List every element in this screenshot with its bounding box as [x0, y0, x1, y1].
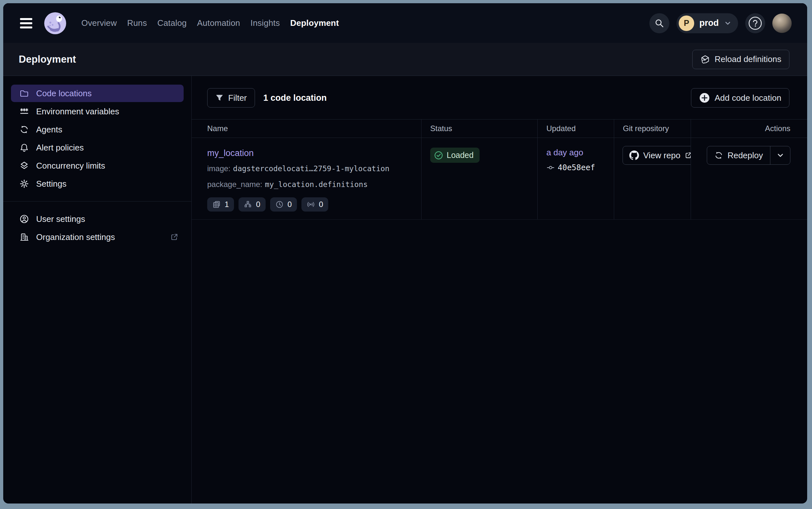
assets-count: 1	[225, 200, 229, 209]
reload-definitions-label: Reload definitions	[714, 54, 781, 64]
table-header-row: Name Status Updated Git repository Actio…	[192, 120, 807, 138]
organization-icon	[20, 232, 29, 242]
layers-icon	[20, 161, 29, 171]
help-button[interactable]	[745, 13, 765, 33]
folder-icon	[20, 89, 29, 98]
cell-git-repository: View repo	[614, 138, 691, 219]
view-repo-label: View repo	[643, 150, 680, 161]
column-header-name: Name	[192, 120, 421, 138]
sidebar-item-label: Alert policies	[36, 143, 83, 153]
plus-circle-icon	[699, 92, 710, 103]
environment-name: prod	[699, 18, 719, 28]
code-location-count: 1 code location	[263, 93, 327, 103]
screenshot-frame: Overview Runs Catalog Automation Insight…	[0, 0, 812, 509]
sensors-icon	[306, 200, 315, 209]
primary-nav: Overview Runs Catalog Automation Insight…	[81, 18, 339, 28]
reload-definitions-icon	[700, 55, 710, 64]
status-badge: Loaded	[430, 147, 480, 163]
sidebar-item-organization-settings[interactable]: Organization settings	[11, 228, 184, 246]
assets-count-badge: 1	[207, 197, 234, 211]
nav-item-insights[interactable]: Insights	[251, 18, 280, 28]
code-locations-table: Name Status Updated Git repository Actio…	[192, 119, 807, 219]
reload-definitions-button[interactable]: Reload definitions	[692, 50, 789, 69]
package-name-label: package_name:	[207, 180, 262, 189]
sidebar-item-label: Organization settings	[36, 232, 115, 242]
updated-time-link[interactable]: a day ago	[546, 147, 583, 157]
hamburger-icon[interactable]	[20, 18, 32, 28]
cell-name: my_location image:dagstercodelocati…2759…	[192, 138, 421, 219]
redeploy-button[interactable]: Redeploy	[707, 146, 770, 164]
jobs-icon	[244, 200, 252, 209]
column-header-status: Status	[421, 120, 538, 138]
package-line: package_name:my_location.definitions	[207, 179, 411, 190]
nav-item-overview[interactable]: Overview	[81, 18, 117, 28]
definition-count-badges: 1 0	[207, 197, 411, 211]
schedules-count-badge: 0	[270, 197, 297, 211]
code-locations-toolbar: Filter 1 code location Add code location	[192, 76, 807, 119]
jobs-count: 0	[256, 200, 260, 209]
view-repo-button[interactable]: View repo	[623, 146, 691, 165]
sidebar-item-label: Settings	[36, 179, 67, 189]
navbar-right-cluster: P prod	[649, 13, 792, 33]
external-link-icon	[685, 151, 691, 159]
environment-initial-badge: P	[679, 15, 694, 31]
env-variables-icon	[20, 107, 29, 116]
sidebar-item-concurrency-limits[interactable]: Concurrency limits	[11, 157, 184, 174]
column-header-git-repository: Git repository	[614, 120, 691, 138]
filter-label: Filter	[228, 93, 247, 103]
agents-refresh-icon	[20, 125, 29, 134]
page-header: Deployment Reload definitions	[3, 43, 807, 76]
sidebar-item-label: Code locations	[36, 89, 91, 99]
nav-item-runs[interactable]: Runs	[127, 18, 147, 28]
column-header-updated: Updated	[538, 120, 614, 138]
app-window: Overview Runs Catalog Automation Insight…	[3, 3, 807, 504]
sidebar-item-user-settings[interactable]: User settings	[11, 210, 184, 228]
nav-item-automation[interactable]: Automation	[197, 18, 241, 28]
dagster-octopus-logo[interactable]	[44, 12, 67, 35]
column-header-actions: Actions	[691, 120, 807, 138]
commit-hash: 40e58eef	[558, 163, 595, 172]
add-code-location-button[interactable]: Add code location	[691, 88, 789, 107]
environment-switcher[interactable]: P prod	[676, 13, 738, 33]
chevron-down-icon	[776, 151, 784, 160]
jobs-count-badge: 0	[238, 197, 265, 211]
nav-item-catalog[interactable]: Catalog	[157, 18, 187, 28]
sidebar-item-environment-variables[interactable]: Environment variables	[11, 103, 184, 120]
sidebar-item-label: Concurrency limits	[36, 161, 105, 171]
user-avatar[interactable]	[772, 13, 792, 33]
sidebar-item-label: Environment variables	[36, 107, 119, 116]
redeploy-split-button: Redeploy	[707, 146, 790, 165]
deployment-sidebar: Code locations Environment variables	[3, 76, 192, 504]
redeploy-label: Redeploy	[728, 150, 763, 161]
github-icon	[629, 150, 639, 160]
octopus-icon	[44, 12, 67, 35]
bell-icon	[20, 143, 29, 152]
nav-item-deployment[interactable]: Deployment	[290, 18, 339, 28]
search-icon	[655, 19, 664, 28]
check-circle-icon	[434, 151, 443, 160]
schedules-icon	[275, 200, 284, 209]
filter-button[interactable]: Filter	[207, 88, 255, 107]
image-value: dagstercodelocati…2759-1-mylocation	[233, 164, 390, 173]
sidebar-item-label: Agents	[36, 125, 62, 135]
sidebar-item-settings[interactable]: Settings	[11, 175, 184, 193]
filter-icon	[215, 94, 224, 102]
help-icon	[748, 16, 763, 31]
sidebar-item-label: User settings	[36, 214, 85, 224]
git-commit-icon	[546, 163, 555, 172]
assets-icon	[212, 200, 221, 209]
page-title: Deployment	[19, 54, 76, 65]
main-panel: Filter 1 code location Add code location…	[192, 76, 807, 504]
cell-updated: a day ago 40e58eef	[538, 138, 614, 219]
redeploy-menu-button[interactable]	[770, 146, 790, 164]
sidebar-item-alert-policies[interactable]: Alert policies	[11, 139, 184, 156]
code-location-link[interactable]: my_location	[207, 147, 254, 159]
sidebar-item-code-locations[interactable]: Code locations	[11, 84, 184, 102]
image-line: image:dagstercodelocati…2759-1-mylocatio…	[207, 164, 411, 174]
sensors-count-badge: 0	[301, 197, 328, 211]
top-navbar: Overview Runs Catalog Automation Insight…	[3, 3, 807, 43]
image-label: image:	[207, 164, 230, 173]
status-label: Loaded	[447, 150, 474, 160]
search-button[interactable]	[649, 13, 669, 33]
sidebar-item-agents[interactable]: Agents	[11, 121, 184, 138]
